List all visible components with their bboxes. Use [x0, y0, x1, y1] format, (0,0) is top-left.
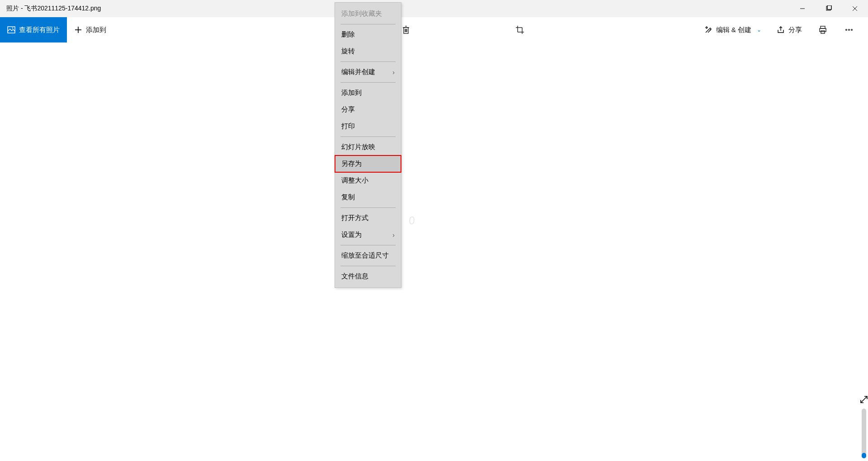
watermark-text: 0 [408, 214, 416, 227]
print-icon [818, 25, 827, 34]
maximize-icon [826, 5, 832, 12]
plus-icon [74, 26, 82, 34]
menu-resize[interactable]: 调整大小 [335, 172, 401, 189]
menu-separator [340, 207, 396, 208]
edit-create-label: 编辑 & 创建 [716, 26, 751, 34]
chevron-right-icon: › [392, 69, 395, 76]
minimize-icon [799, 5, 806, 12]
crop-button[interactable] [511, 21, 529, 39]
menu-add-to[interactable]: 添加到 [335, 85, 401, 101]
toolbar: 查看所有照片 添加到 编辑 & 创建 ⌄ 分享 [0, 17, 868, 42]
svg-rect-29 [821, 26, 825, 28]
menu-add-to-label: 添加到 [341, 89, 362, 97]
edit-create-button[interactable]: 编辑 & 创建 ⌄ [701, 17, 765, 42]
menu-open-with[interactable]: 打开方式 [335, 210, 401, 226]
minimize-button[interactable] [789, 0, 816, 17]
add-to-label: 添加到 [86, 26, 106, 34]
zoom-slider-track[interactable] [862, 409, 866, 458]
svg-rect-2 [827, 5, 831, 9]
zoom-slider[interactable] [860, 395, 868, 458]
menu-add-favorites: 添加到收藏夹 [335, 5, 401, 22]
add-to-button[interactable]: 添加到 [67, 17, 113, 42]
svg-rect-30 [820, 28, 826, 32]
photo-viewport[interactable]: 0 [0, 42, 868, 461]
menu-set-as-label: 设置为 [341, 230, 362, 239]
window-title: 照片 - 飞书20211125-174412.png [6, 5, 101, 13]
menu-zoom-fit[interactable]: 缩放至合适尺寸 [335, 247, 401, 264]
view-all-photos-button[interactable]: 查看所有照片 [0, 17, 67, 42]
menu-print-label: 打印 [341, 122, 355, 131]
window-controls [789, 0, 868, 17]
menu-share-label: 分享 [341, 105, 355, 114]
menu-copy-label: 复制 [341, 193, 355, 202]
fullscreen-icon[interactable] [859, 395, 868, 406]
svg-point-33 [849, 29, 850, 31]
menu-delete-label: 删除 [341, 30, 355, 39]
menu-copy[interactable]: 复制 [335, 189, 401, 206]
share-button[interactable]: 分享 [773, 17, 806, 42]
menu-rotate-label: 旋转 [341, 47, 355, 56]
share-label: 分享 [788, 26, 802, 34]
print-button[interactable] [814, 21, 832, 39]
menu-slideshow-label: 幻灯片放映 [341, 143, 375, 151]
edit-tools-icon [704, 26, 712, 34]
menu-edit-create[interactable]: 编辑并创建 › [335, 64, 401, 80]
view-all-photos-label: 查看所有照片 [19, 26, 60, 34]
menu-zoom-fit-label: 缩放至合适尺寸 [341, 251, 389, 260]
menu-separator [340, 245, 396, 245]
menu-delete[interactable]: 删除 [335, 26, 401, 43]
close-icon [852, 5, 858, 12]
svg-point-34 [851, 29, 853, 31]
menu-edit-create-label: 编辑并创建 [341, 68, 375, 76]
close-button[interactable] [842, 0, 868, 17]
menu-print[interactable]: 打印 [335, 118, 401, 135]
chevron-right-icon: › [392, 231, 395, 239]
maximize-button[interactable] [816, 0, 842, 17]
menu-save-as-label: 另存为 [341, 160, 362, 168]
zoom-slider-thumb[interactable] [862, 453, 866, 458]
menu-add-favorites-label: 添加到收藏夹 [341, 9, 382, 18]
menu-file-info-label: 文件信息 [341, 272, 368, 281]
menu-rotate[interactable]: 旋转 [335, 43, 401, 60]
share-icon [777, 26, 785, 34]
chevron-down-icon: ⌄ [757, 27, 761, 33]
crop-icon [515, 25, 524, 34]
svg-line-35 [861, 396, 867, 403]
menu-save-as[interactable]: 另存为 [335, 155, 401, 172]
menu-resize-label: 调整大小 [341, 176, 368, 185]
menu-slideshow[interactable]: 幻灯片放映 [335, 139, 401, 155]
menu-open-with-label: 打开方式 [341, 214, 368, 222]
svg-rect-31 [821, 31, 825, 33]
toolbar-left: 查看所有照片 添加到 [0, 17, 113, 42]
menu-separator [340, 82, 396, 83]
menu-separator [340, 24, 396, 24]
menu-file-info[interactable]: 文件信息 [335, 268, 401, 285]
trash-icon [401, 25, 410, 34]
svg-point-32 [846, 29, 847, 31]
menu-separator [340, 136, 396, 137]
more-button[interactable] [840, 21, 858, 39]
menu-separator [340, 61, 396, 62]
svg-point-7 [12, 28, 14, 29]
context-menu: 添加到收藏夹 删除 旋转 编辑并创建 › 添加到 分享 打印 幻灯片放映 另存为… [335, 2, 401, 288]
menu-share[interactable]: 分享 [335, 101, 401, 118]
more-icon [844, 25, 854, 34]
menu-separator [340, 266, 396, 266]
photos-icon [7, 26, 15, 34]
menu-set-as[interactable]: 设置为 › [335, 226, 401, 243]
toolbar-right: 编辑 & 创建 ⌄ 分享 [701, 17, 863, 42]
